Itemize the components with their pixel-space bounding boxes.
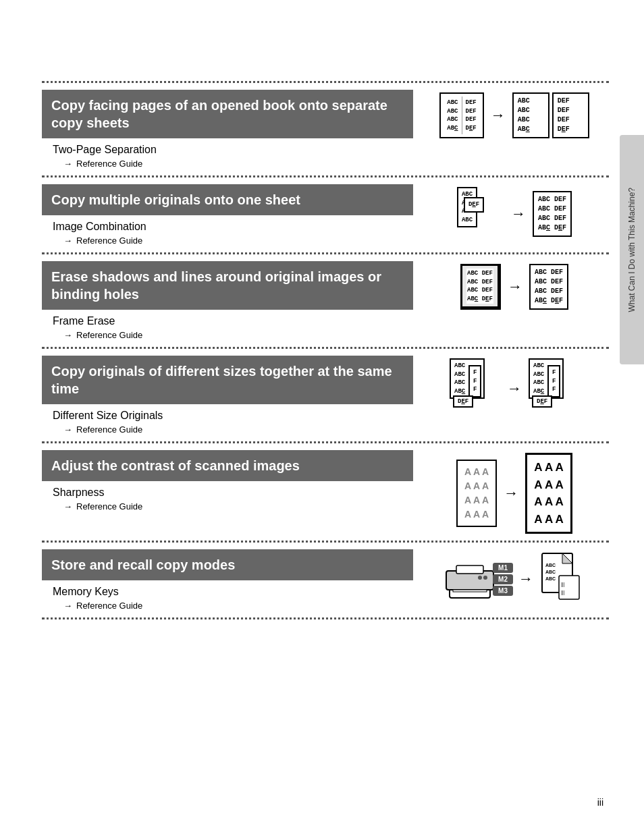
output-document-icon: ABC ABC ABC ||| |||	[539, 552, 583, 603]
svg-text:ABC: ABC	[545, 576, 556, 581]
arrow-icon-5: →	[504, 485, 518, 502]
svg-rect-11	[559, 576, 579, 599]
section-ref-diff-size[interactable]: Reference Guide	[63, 424, 413, 435]
output-left: ABCABCABCABC	[512, 92, 549, 138]
diff-output-stack: ABCABCABCABC FFF DEF	[529, 358, 579, 419]
section-subtitle-image-combo: Image Combination	[53, 221, 413, 233]
memory-button-group: M1 M2 M3	[493, 563, 513, 596]
section-diff-size: Copy originals of different sizes togeth…	[42, 349, 609, 441]
section-header-two-page: Copy facing pages of an opened book onto…	[42, 90, 413, 138]
diff-page2: FFF	[468, 365, 481, 397]
section-frame-erase: Erase shadows and lines around original …	[42, 254, 609, 347]
frame-erase-diagram: ABC DEFABC DEFABC DEFABC DEF → ABC DEFAB…	[460, 264, 568, 310]
section-header-sharpness: Adjust the contrast of scanned images	[42, 450, 413, 481]
svg-point-5	[483, 576, 487, 580]
section-ref-sharpness[interactable]: Reference Guide	[63, 501, 413, 512]
two-page-dest: ABCABCABCABC DEFDEFDEFDEF	[512, 92, 589, 138]
section-ref-memory[interactable]: Reference Guide	[63, 601, 413, 611]
side-tab: What Can I Do with This Machine?	[620, 135, 644, 364]
section-left-diff-size: Copy originals of different sizes togeth…	[42, 356, 420, 435]
arrow-icon-4: →	[507, 380, 522, 397]
section-diagram-image-combo: ABCABCABCABC DEF → ABC DEFABC DEFABC DEF…	[420, 184, 609, 241]
memory-keys-diagram: M1 M2 M3 → ABC ABC	[443, 552, 586, 606]
frame-source: ABC DEFABC DEFABC DEFABC DEF	[460, 264, 501, 310]
printer-group: M1 M2 M3	[443, 557, 513, 601]
section-header-memory: Store and recall copy modes	[42, 549, 413, 580]
section-left-sharpness: Adjust the contrast of scanned images Sh…	[42, 450, 420, 512]
section-left-two-page: Copy facing pages of an opened book onto…	[42, 90, 420, 169]
diff-size-diagram: ABCABCABCABC FFF DEF → ABCABCABCABC FFF …	[450, 358, 579, 419]
section-ref-image-combo[interactable]: Reference Guide	[63, 236, 413, 246]
diff-source-stack: ABCABCABCABC FFF DEF	[450, 358, 500, 419]
sharpness-output: A A AA A AA A AA A A	[525, 453, 572, 534]
svg-point-4	[478, 576, 482, 580]
output-right: DEFDEFDEFDEF	[552, 92, 589, 138]
frame-output: ABC DEFABC DEFABC DEFABC DEF	[529, 264, 568, 310]
memory-key-m1[interactable]: M1	[493, 563, 513, 573]
section-header-frame-erase: Erase shadows and lines around original …	[42, 261, 413, 310]
sharpness-source: A A AA A AA A AA A A	[456, 460, 497, 527]
diff-page3: DEF	[453, 395, 473, 408]
section-diagram-two-page: ABCABCABCABC DEFDEFDEFDEF → ABCABCABCABC…	[420, 90, 609, 138]
section-header-image-combo: Copy multiple originals onto one sheet	[42, 184, 413, 215]
svg-text:ABC: ABC	[545, 570, 556, 574]
section-subtitle-memory: Memory Keys	[53, 586, 413, 598]
section-memory: Store and recall copy modes Memory Keys …	[42, 543, 609, 617]
arrow-icon: →	[491, 107, 506, 124]
divider-bottom	[42, 617, 609, 619]
section-left-frame-erase: Erase shadows and lines around original …	[42, 261, 420, 340]
section-left-image-combo: Copy multiple originals onto one sheet I…	[42, 184, 420, 246]
memory-key-m3[interactable]: M3	[493, 586, 513, 596]
side-tab-text: What Can I Do with This Machine?	[627, 188, 637, 312]
combo-output: ABC DEFABC DEFABC DEFABC DEF	[533, 191, 572, 237]
section-sharpness: Adjust the contrast of scanned images Sh…	[42, 443, 609, 541]
section-header-diff-size: Copy originals of different sizes togeth…	[42, 356, 413, 404]
arrow-icon-6: →	[518, 570, 533, 588]
two-page-diagram: ABCABCABCABC DEFDEFDEFDEF → ABCABCABCABC…	[439, 92, 589, 138]
arrow-icon-2: →	[511, 205, 526, 223]
combo-page2: DEF	[464, 197, 484, 213]
svg-text:|||: |||	[561, 590, 565, 595]
image-combo-diagram: ABCABCABCABC DEF → ABC DEFABC DEFABC DEF…	[457, 187, 572, 241]
section-subtitle-frame-erase: Frame Erase	[53, 315, 413, 327]
diff-out3: DEF	[532, 395, 552, 408]
two-page-source: ABCABCABCABC DEFDEFDEFDEF	[439, 92, 483, 138]
section-subtitle-sharpness: Sharpness	[53, 487, 413, 499]
svg-rect-3	[456, 565, 483, 574]
section-ref-two-page[interactable]: Reference Guide	[63, 159, 413, 169]
section-diagram-diff-size: ABCABCABCABC FFF DEF → ABCABCABCABC FFF …	[420, 356, 609, 419]
arrow-icon-3: →	[508, 278, 522, 296]
combo-source-stack: ABCABCABCABC DEF	[457, 187, 504, 241]
memory-key-m2[interactable]: M2	[493, 574, 513, 584]
section-diagram-frame-erase: ABC DEFABC DEFABC DEFABC DEF → ABC DEFAB…	[420, 261, 609, 310]
diff-out2: FFF	[547, 365, 560, 397]
sharpness-diagram: A A AA A AA A AA A A → A A AA A AA A AA …	[456, 453, 572, 534]
printer-icon	[443, 557, 497, 601]
svg-rect-2	[453, 590, 487, 592]
memory-output: ABC ABC ABC ||| |||	[539, 552, 586, 606]
page-number: iii	[597, 797, 603, 808]
svg-text:|||: |||	[561, 582, 565, 587]
book-right: DEFDEFDEFDEF	[462, 96, 480, 134]
book-left: ABCABCABCABC	[444, 96, 462, 134]
section-two-page: Copy facing pages of an opened book onto…	[42, 83, 609, 175]
section-image-combo: Copy multiple originals onto one sheet I…	[42, 177, 609, 252]
section-left-memory: Store and recall copy modes Memory Keys …	[42, 549, 420, 611]
section-diagram-sharpness: A A AA A AA A AA A A → A A AA A AA A AA …	[420, 450, 609, 534]
section-diagram-memory: M1 M2 M3 → ABC ABC	[420, 549, 609, 606]
section-subtitle-two-page: Two-Page Separation	[53, 144, 413, 156]
section-subtitle-diff-size: Different Size Originals	[53, 410, 413, 422]
svg-text:ABC: ABC	[545, 563, 556, 568]
section-ref-frame-erase[interactable]: Reference Guide	[63, 330, 413, 340]
